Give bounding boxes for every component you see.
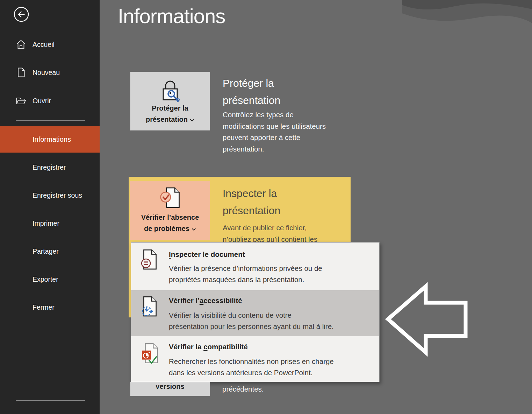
compatibility-check-icon xyxy=(141,343,159,365)
protect-presentation-button[interactable]: Protéger la présentation xyxy=(130,72,210,131)
lock-key-icon xyxy=(159,79,182,103)
menu-item-check-compatibility[interactable]: Vérifier la compatibilité Rechercher les… xyxy=(131,336,379,383)
sidebar-item-exporter[interactable]: Exporter xyxy=(33,274,58,284)
big-left-arrow-annotation-icon xyxy=(383,282,471,357)
trailing-description-text: précédentes. xyxy=(222,385,264,393)
inspect-document-icon xyxy=(141,249,159,271)
sidebar-item-label: Informations xyxy=(33,126,71,153)
check-button-label-line2: de problèmes xyxy=(130,225,210,233)
inspect-section-description: Avant de publier ce fichier, n’oubliez p… xyxy=(223,222,317,245)
accessibility-check-icon xyxy=(141,296,159,317)
sidebar-item-imprimer[interactable]: Imprimer xyxy=(33,218,59,228)
new-document-icon xyxy=(15,67,27,78)
document-check-icon xyxy=(159,186,181,211)
sidebar-item-fermer[interactable]: Fermer xyxy=(33,302,55,312)
back-arrow-icon xyxy=(14,7,29,22)
sidebar-item-informations-selected[interactable]: Informations xyxy=(0,126,100,153)
check-button-label-line1: Vérifier l’absence xyxy=(130,213,210,222)
protect-button-label-line2: présentation xyxy=(130,115,210,124)
chevron-down-icon xyxy=(190,115,194,124)
sidebar: Accueil Nouveau Ouvrir Informations Enre… xyxy=(0,0,100,414)
sidebar-divider-top xyxy=(16,120,85,121)
sidebar-item-partager[interactable]: Partager xyxy=(33,246,59,256)
back-button[interactable] xyxy=(14,7,29,22)
protect-section-heading: Protéger la présentation xyxy=(223,75,280,109)
version-history-button-partial[interactable]: versions xyxy=(130,382,210,396)
protect-button-label-line1: Protéger la xyxy=(130,104,210,112)
sidebar-item-enregistrer[interactable]: Enregistrer xyxy=(33,162,66,172)
powerpoint-backstage-informations: Informations Accueil Nouveau Ouvrir In xyxy=(0,0,532,414)
inspect-section-heading: Inspecter la présentation xyxy=(223,185,280,219)
protect-section-description: Contrôlez les types de modifications que… xyxy=(223,109,326,155)
sidebar-divider-bottom xyxy=(16,400,85,401)
open-folder-icon xyxy=(15,95,27,106)
versions-button-label: versions xyxy=(130,383,210,391)
chevron-down-icon xyxy=(192,225,196,233)
check-for-issues-button[interactable]: Vérifier l’absence de problèmes xyxy=(130,181,210,240)
sidebar-item-accueil[interactable]: Accueil xyxy=(33,40,55,49)
sidebar-item-enregistrer-sous[interactable]: Enregistrer sous xyxy=(33,190,82,200)
home-icon xyxy=(15,39,27,50)
sidebar-item-nouveau[interactable]: Nouveau xyxy=(33,68,60,77)
background-texture xyxy=(402,0,532,52)
menu-item-inspect-document[interactable]: Inspecter le document Vérifier la présen… xyxy=(131,243,379,290)
page-title: Informations xyxy=(118,4,225,28)
menu-item-check-accessibility[interactable]: Vérifier l’accessibilité Vérifier la vis… xyxy=(131,290,379,336)
sidebar-item-ouvrir[interactable]: Ouvrir xyxy=(33,96,51,106)
check-for-issues-dropdown-menu: Inspecter le document Vérifier la présen… xyxy=(131,242,380,382)
